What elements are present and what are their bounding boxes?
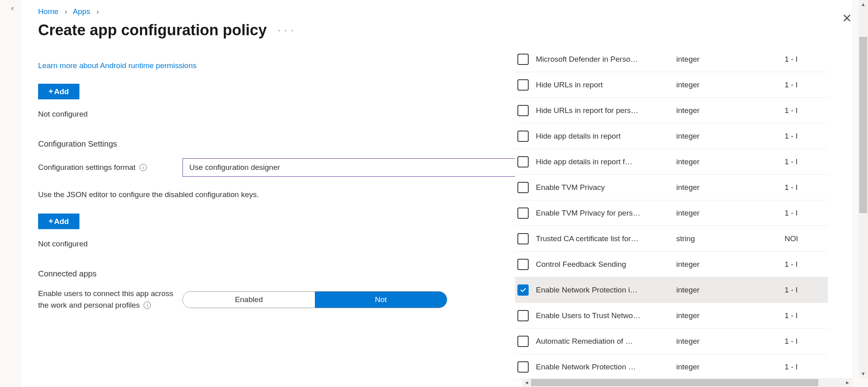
scroll-right-icon[interactable]: ► xyxy=(843,380,852,385)
section-connected-apps: Connected apps xyxy=(38,269,527,278)
table-row[interactable]: Enable Network Protection …integer1 - I xyxy=(515,354,828,380)
checkbox[interactable] xyxy=(517,54,529,65)
setting-type: integer xyxy=(676,286,785,294)
table-row[interactable]: Enable TVM Privacy for pers…integer1 - I xyxy=(515,200,828,226)
checkbox[interactable] xyxy=(517,310,529,321)
table-row[interactable]: Enable Users to Trust Netwo…integer1 - I xyxy=(515,303,828,329)
checkbox[interactable] xyxy=(517,259,529,270)
close-icon[interactable]: ✕ xyxy=(842,11,852,25)
setting-name: Enable Users to Trust Netwo… xyxy=(536,311,676,320)
setting-type: integer xyxy=(676,363,785,371)
settings-panel: ✕ Microsoft Defender in Perso…integer1 -… xyxy=(515,0,852,387)
setting-value: 1 - I xyxy=(785,183,828,192)
setting-type: integer xyxy=(676,55,785,64)
chevron-right-icon: › xyxy=(96,7,99,16)
checkbox[interactable] xyxy=(517,105,529,116)
checkbox[interactable] xyxy=(517,182,529,193)
info-icon[interactable]: i xyxy=(140,164,147,171)
setting-name: Microsoft Defender in Perso… xyxy=(536,55,676,64)
json-helper-text: Use the JSON editor to configure the dis… xyxy=(38,190,527,199)
config-status: Not configured xyxy=(38,240,527,248)
connected-apps-label: Enable users to connect this app across … xyxy=(38,288,183,311)
checkbox[interactable] xyxy=(517,336,529,347)
table-row[interactable]: Microsoft Defender in Perso…integer1 - I xyxy=(515,46,828,72)
setting-value: 1 - I xyxy=(785,106,828,115)
checkbox[interactable] xyxy=(517,361,529,373)
toggle-not[interactable]: Not xyxy=(315,292,447,308)
setting-value: 1 - I xyxy=(785,311,828,320)
setting-type: integer xyxy=(676,183,785,192)
scroll-down-icon[interactable]: ▼ xyxy=(858,369,868,378)
setting-type: integer xyxy=(676,311,785,320)
scroll-left-icon[interactable]: ◄ xyxy=(522,380,531,385)
checkbox[interactable] xyxy=(517,156,529,167)
setting-name: Hide URLs in report xyxy=(536,81,676,89)
setting-type: integer xyxy=(676,132,785,141)
setting-type: integer xyxy=(676,106,785,115)
setting-value: 1 - I xyxy=(785,337,828,346)
setting-type: integer xyxy=(676,157,785,166)
plus-icon: + xyxy=(49,217,53,226)
toggle-enabled[interactable]: Enabled xyxy=(183,292,315,308)
table-row[interactable]: Enable Network Protection i…integer1 - I xyxy=(515,277,828,303)
setting-name: Automatic Remediation of … xyxy=(536,337,676,346)
setting-value: 1 - I xyxy=(785,81,828,89)
setting-name: Enable TVM Privacy xyxy=(536,183,676,192)
table-row[interactable]: Hide app details in reportinteger1 - I xyxy=(515,123,828,149)
table-row[interactable]: Hide URLs in report for pers…integer1 - … xyxy=(515,98,828,123)
table-row[interactable]: Trusted CA certificate list for…stringNO… xyxy=(515,226,828,252)
setting-value: 1 - I xyxy=(785,209,828,218)
settings-grid: Microsoft Defender in Perso…integer1 - I… xyxy=(515,46,828,380)
setting-name: Hide app details in report xyxy=(536,132,676,141)
setting-value: 1 - I xyxy=(785,132,828,141)
page-title: Create app configuration policy xyxy=(38,22,267,39)
more-actions-icon[interactable]: · · · xyxy=(278,25,294,36)
setting-name: Hide URLs in report for pers… xyxy=(536,106,676,115)
setting-type: integer xyxy=(676,81,785,89)
scroll-up-icon[interactable]: ▲ xyxy=(858,0,868,9)
checkbox[interactable] xyxy=(517,79,529,91)
setting-value: 1 - I xyxy=(785,157,828,166)
setting-name: Enable Network Protection … xyxy=(536,363,676,371)
setting-type: integer xyxy=(676,209,785,218)
breadcrumb-home[interactable]: Home xyxy=(38,7,59,16)
setting-name: Hide app details in report f… xyxy=(536,157,676,166)
permissions-status: Not configured xyxy=(38,110,527,119)
setting-name: Trusted CA certificate list for… xyxy=(536,234,676,243)
setting-name: Control Feedback Sending xyxy=(536,260,676,269)
config-format-label: Configuration settings format i xyxy=(38,163,183,172)
vertical-scrollbar[interactable]: ▲ ▼ xyxy=(858,0,868,378)
chevron-right-icon: › xyxy=(65,7,67,16)
checkbox[interactable] xyxy=(517,131,529,142)
horizontal-scrollbar[interactable]: ◄ ► xyxy=(522,378,852,387)
main-content: Home › Apps › Create app configuration p… xyxy=(22,0,544,387)
setting-value: 1 - I xyxy=(785,55,828,64)
table-row[interactable]: Enable TVM Privacyinteger1 - I xyxy=(515,175,828,200)
add-permission-button[interactable]: +Add xyxy=(38,84,79,99)
plus-icon: + xyxy=(49,87,53,96)
setting-type: string xyxy=(676,234,785,243)
breadcrumb: Home › Apps › xyxy=(38,7,527,16)
setting-name: Enable TVM Privacy for pers… xyxy=(536,209,676,218)
add-config-button[interactable]: +Add xyxy=(38,214,79,229)
collapse-nav-icon[interactable]: « xyxy=(11,4,14,12)
setting-type: integer xyxy=(676,337,785,346)
info-icon[interactable]: i xyxy=(144,302,151,309)
learn-more-link[interactable]: Learn more about Android runtime permiss… xyxy=(38,61,197,70)
table-row[interactable]: Hide app details in report f…integer1 - … xyxy=(515,149,828,175)
checkbox[interactable] xyxy=(517,284,529,296)
table-row[interactable]: Control Feedback Sendinginteger1 - I xyxy=(515,252,828,277)
setting-value: 1 - I xyxy=(785,286,828,294)
setting-value: 1 - I xyxy=(785,363,828,371)
table-row[interactable]: Hide URLs in reportinteger1 - I xyxy=(515,72,828,98)
section-config-settings: Configuration Settings xyxy=(38,139,527,149)
breadcrumb-apps[interactable]: Apps xyxy=(73,7,90,16)
setting-value: NOI xyxy=(785,234,828,243)
setting-type: integer xyxy=(676,260,785,269)
connected-apps-toggle[interactable]: Enabled Not xyxy=(183,291,447,308)
config-format-dropdown[interactable]: Use configuration designer xyxy=(183,158,527,177)
setting-value: 1 - I xyxy=(785,260,828,269)
checkbox[interactable] xyxy=(517,233,529,244)
table-row[interactable]: Automatic Remediation of …integer1 - I xyxy=(515,329,828,354)
checkbox[interactable] xyxy=(517,208,529,219)
